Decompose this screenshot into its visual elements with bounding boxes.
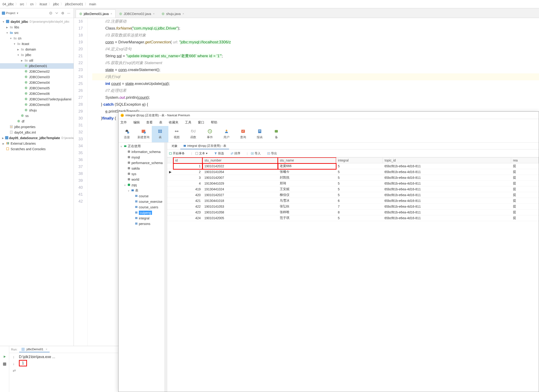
project-tree[interactable]: ▼day04_jdbcD:\javaxiangmu\jdbc\day04_jdb… (0, 18, 74, 346)
menu-查看[interactable]: 查看 (146, 121, 153, 125)
breadcrumb-segment[interactable]: jdbc (53, 2, 59, 6)
wrap-icon[interactable]: ⇄ (13, 368, 18, 374)
db-tree-item[interactable]: performance_schema (120, 160, 164, 166)
tree-arrow-icon[interactable]: ▶ (2, 137, 4, 139)
editor-tab[interactable]: jdbcDemo01.java× (76, 10, 116, 18)
cell-integral[interactable]: 7 (336, 204, 383, 209)
breadcrumb-segment[interactable]: cn (30, 2, 34, 6)
tree-arrow-icon[interactable]: ▼ (2, 20, 5, 23)
editor-tab[interactable]: shuju.java× (158, 10, 188, 18)
tree-arrow-icon[interactable]: ▼ (9, 37, 12, 40)
menu-帮助[interactable]: 帮助 (211, 121, 217, 125)
cell-id[interactable]: 423 (173, 209, 202, 215)
cell-topic-id[interactable]: 65bcf81b-e6ea-4d16-811 (383, 181, 511, 186)
tree-arrow-icon[interactable]: ∨ (127, 189, 130, 192)
table-row[interactable]: 319010142007封凯悦565bcf81b-e6ea-4d16-811提 (167, 175, 539, 181)
run-tab[interactable]: jdbcDemo01 × (19, 347, 50, 353)
cell-rea[interactable]: 提 (511, 186, 539, 192)
cell-integral[interactable]: 5 (336, 175, 383, 181)
cell-rea[interactable]: 提 (511, 181, 539, 186)
column-header[interactable]: id (173, 158, 202, 163)
tree-item-jdbcdemo06[interactable]: CJDBCDemo06 (0, 91, 74, 97)
cell-topic-id[interactable]: 65bcf81b-e6ea-4d16-811 (383, 215, 511, 221)
cell-topic-id[interactable]: 65bcf81b-e6ea-4d16-811 (383, 198, 511, 204)
cell-topic-id[interactable]: 65bcf81b-e6ea-4d16-811 (383, 186, 511, 192)
table-row[interactable]: 41919130441024王安妮565bcf81b-e6ea-4d16-811… (167, 186, 539, 192)
table-row[interactable]: 42319010141058张梓唯865bcf81b-e6ea-4d16-811… (167, 209, 539, 215)
tree-arrow-icon[interactable]: ▼ (5, 32, 9, 34)
db-tree-item[interactable]: ∨表 (120, 188, 164, 193)
cell-integral[interactable]: 5 (336, 163, 383, 169)
menu-工具[interactable]: 工具 (185, 121, 191, 125)
table-row[interactable]: 42119130441018马雪冰665bcf81b-e6ea-4d16-811… (167, 198, 539, 204)
cell-integral[interactable]: 8 (336, 209, 383, 215)
table-row[interactable]: 119010142022老黄666565bcf81b-e6ea-4d16-811… (167, 163, 539, 169)
cell-id[interactable]: 3 (173, 175, 202, 181)
db-tree-item[interactable]: sys (120, 171, 164, 177)
navicat-data-grid[interactable]: idstu_numberstu_nameintegraltopic_idrea1… (167, 157, 539, 392)
tree-item-src[interactable]: ▼src (0, 30, 74, 35)
cell-integral[interactable]: 5 (336, 181, 383, 186)
close-icon[interactable]: × (111, 12, 112, 15)
cell-id[interactable]: 424 (173, 215, 202, 221)
tree-item-ss[interactable]: Css (0, 113, 74, 119)
close-icon[interactable]: × (153, 12, 154, 15)
tree-item-jdbc.properties[interactable]: jdbc.properties (0, 124, 74, 130)
db-tree-item[interactable]: sakila (120, 166, 164, 171)
cell-stu-number[interactable]: 19130441029 (202, 181, 278, 186)
import-button[interactable]: 导入 (251, 151, 264, 155)
tree-arrow-icon[interactable]: ▼ (17, 54, 20, 56)
cell-stu-number[interactable]: 19010142022 (202, 163, 278, 169)
cell-stu-name[interactable]: 张曦今 (278, 169, 336, 175)
cell-stu-name[interactable]: 张弘钰 (278, 204, 336, 209)
tree-item-jdbcdemo02[interactable]: CJDBCDemo02 (0, 69, 74, 74)
tree-arrow-icon[interactable]: ▶ (17, 48, 20, 51)
up-icon[interactable]: ↑ (13, 355, 18, 361)
cell-stu-name[interactable]: 马雪冰 (278, 198, 336, 204)
toolbar-连接[interactable]: +连接 (119, 126, 135, 142)
tree-item-jdbcdemo05[interactable]: CJDBCDemo05 (0, 85, 74, 91)
db-tree-item[interactable]: ∨zqq (120, 182, 164, 188)
menu-收藏夹[interactable]: 收藏夹 (169, 121, 178, 125)
tree-arrow-icon[interactable]: ▶ (5, 26, 9, 29)
cell-rea[interactable]: 提 (511, 198, 539, 204)
cell-stu-name[interactable]: 柳佳仪 (278, 192, 336, 198)
cell-id[interactable]: 420 (173, 192, 202, 198)
toolbar-函数[interactable]: f(x)函数 (185, 126, 202, 142)
tree-item-jdbcdemo03[interactable]: CJDBCDemo03 (0, 74, 74, 80)
cell-integral[interactable]: 5 (336, 215, 383, 221)
table-row[interactable]: 42419010142005范子琪565bcf81b-e6ea-4d16-811… (167, 215, 539, 221)
locate-icon[interactable] (48, 11, 53, 16)
cell-stu-name[interactable]: 老黄666 (278, 163, 336, 169)
export-button[interactable]: 导出 (267, 151, 280, 155)
toolbar-视图[interactable]: 视图 (168, 126, 185, 142)
cell-integral[interactable]: 5 (336, 192, 383, 198)
cell-stu-number[interactable]: 19130441018 (202, 198, 278, 204)
cell-rea[interactable]: 提 (511, 169, 539, 175)
tree-item-util[interactable]: ▶util (0, 58, 74, 63)
breadcrumb-segment[interactable]: 04_jdbc (3, 2, 14, 6)
column-header[interactable]: integral (336, 158, 383, 163)
menu-窗口[interactable]: 窗口 (198, 121, 204, 125)
cell-topic-id[interactable]: 65bcf81b-e6ea-4d16-811 (383, 192, 511, 198)
tree-item-day04_jdbc[interactable]: ▼day04_jdbcD:\javaxiangmu\jdbc\day04_jdb… (0, 19, 74, 24)
cell-topic-id[interactable]: 65bcf81b-e6ea-4d16-811 (383, 163, 511, 169)
tree-item-external libraries[interactable]: ▶External Libraries (0, 141, 74, 146)
breadcrumb-segment[interactable]: jdbcDemo01 (65, 2, 83, 6)
cell-integral[interactable]: 5 (336, 169, 383, 175)
tree-item-jdbcdemo01[interactable]: CjdbcDemo01 (0, 63, 74, 69)
cell-rea[interactable]: 提 (511, 204, 539, 209)
cell-stu-number[interactable]: 19010141058 (202, 209, 278, 215)
object-tab[interactable]: 对象 (169, 143, 180, 149)
expand-icon[interactable] (54, 11, 59, 16)
cell-stu-number[interactable]: 19010142007 (202, 175, 278, 181)
dropdown-icon[interactable]: ▼ (16, 12, 19, 15)
db-tree-item[interactable]: mysql (120, 155, 164, 160)
object-tab[interactable]: integral @zqq (正在使用) - 表 (180, 143, 229, 149)
toolbar-查询[interactable]: 查询 (235, 126, 251, 142)
table-row[interactable]: ▶219010141054张曦今565bcf81b-e6ea-4d16-811提 (167, 169, 539, 175)
hide-icon[interactable]: — (66, 11, 71, 16)
db-tree-item[interactable]: course_exercise (120, 199, 164, 204)
toolbar-用户[interactable]: 用户 (218, 126, 235, 142)
tree-item-scratches and consoles[interactable]: Scratches and Consoles (0, 146, 74, 152)
